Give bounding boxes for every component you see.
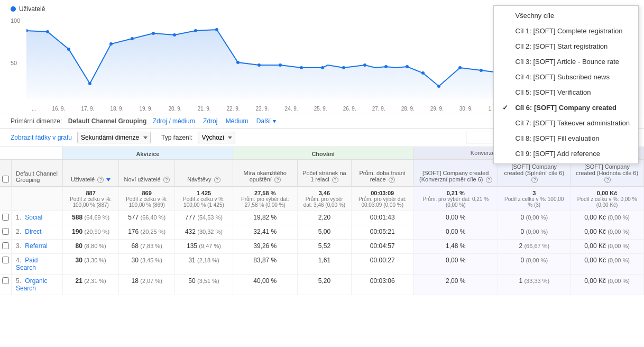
row-novi-3: 68 (7,83 %) — [119, 240, 174, 254]
dropdown-item-goal-8[interactable]: Cíl 8: [SOFT] Fill evaluation — [494, 131, 638, 146]
row-mira-2: 32,41 % — [233, 225, 297, 240]
svg-point-3 — [88, 82, 91, 85]
dropdown-item-goal-5[interactable]: Cíl 5: [SOFT] Verification — [494, 85, 638, 100]
dropdown-item-goal-6[interactable]: ✓ Cíl 6: [SOFT] Company created — [494, 100, 638, 115]
sort-label: Typ řazení: — [161, 134, 192, 141]
row-checkbox-3[interactable] — [0, 240, 12, 254]
row-hodnota-5: 0,00 Kč (0,00 %) — [571, 275, 644, 295]
row-pocet-2: 5,00 — [297, 225, 352, 240]
dim-link-medium[interactable]: Médium — [226, 117, 249, 125]
row-novi-2: 176 (20,25 %) — [119, 225, 174, 240]
svg-point-8 — [194, 29, 197, 32]
row-konverzni-2: 0,00 % — [413, 225, 498, 240]
pocet-col-header[interactable]: Počet stránek na 1 relaci ? — [297, 160, 352, 187]
dropdown-item-goal-3[interactable]: Cíl 3: [SOFT] Article - Bounce rate — [494, 54, 638, 69]
svg-point-6 — [152, 32, 155, 35]
total-splneni: 3 Podíl z celku v %: 100,00 % (3) — [498, 187, 571, 211]
row-navstevy-4: 31 (2,18 %) — [174, 254, 233, 275]
dim-link-source[interactable]: Zdroj — [203, 117, 217, 125]
dropdown-item-all-goals[interactable]: Všechny cíle — [494, 8, 638, 23]
svg-point-4 — [109, 42, 113, 45]
row-dim-4: 4. Paid Search — [12, 254, 63, 275]
row-uzivatele-5: 21 (2,31 %) — [62, 275, 119, 295]
row-novi-4: 30 (3,45 %) — [119, 254, 174, 275]
svg-point-18 — [406, 65, 409, 68]
total-novi: 869 Podíl z celku v %: 100,00 % (869) — [119, 187, 174, 211]
y-label-100: 100 — [11, 17, 20, 24]
table-row: 4. Paid Search 30 (3,30 %) 30 (3,45 %) 3… — [0, 254, 644, 275]
novi-col-header[interactable]: Noví uživatelé ? — [119, 160, 174, 187]
row-navstevy-3: 135 (9,47 %) — [174, 240, 233, 254]
row-checkbox-1[interactable] — [0, 211, 12, 225]
row-konverzni-3: 1,48 % — [413, 240, 498, 254]
menu-item-label: Cíl 9: [SOFT] Add reference — [515, 150, 600, 158]
row-pocet-3: 5,52 — [297, 240, 352, 254]
doba-col-header[interactable]: Prům. doba trvání relace ? — [352, 160, 413, 187]
svg-point-7 — [173, 33, 176, 36]
svg-point-22 — [480, 69, 483, 72]
select-all-checkbox[interactable] — [2, 176, 9, 182]
total-row: 887 Podíl z celku v %: 100,00 % (887) 86… — [0, 187, 644, 211]
row-uzivatele-2: 190 (20,90 %) — [62, 225, 119, 240]
dropdown-item-goal-4[interactable]: Cíl 4: [SOFT] Subscribed news — [494, 69, 638, 85]
total-dim-cell — [12, 187, 63, 211]
dim-section-header — [0, 147, 62, 160]
svg-point-2 — [67, 48, 70, 51]
dropdown-item-goal-1[interactable]: Cíl 1: [SOFT] Complete registration — [494, 23, 638, 39]
row-hodnota-4: 0,00 Kč (0,00 %) — [571, 254, 644, 275]
dropdown-item-goal-2[interactable]: Cíl 2: [SOFT] Start registration — [494, 39, 638, 54]
row-pocet-4: 1,61 — [297, 254, 352, 275]
row-navstevy-2: 432 (30,32 %) — [174, 225, 233, 240]
row-checkbox-2[interactable] — [0, 225, 12, 240]
konverzni-col-header[interactable]: [SOFT] Company created (Konverzní poměr … — [413, 160, 498, 187]
row-link-2[interactable]: Direct — [25, 228, 41, 235]
dropdown-item-goal-7[interactable]: Cíl 7: [SOFT] Takeover administration — [494, 115, 638, 131]
row-mira-4: 83,87 % — [233, 254, 297, 275]
row-doba-1: 00:01:43 — [352, 211, 413, 225]
row-link-1[interactable]: Social — [25, 214, 42, 221]
dropdown-item-goal-9[interactable]: Cíl 9: [SOFT] Add reference — [494, 146, 638, 161]
row-hodnota-1: 0,00 Kč (0,00 %) — [571, 211, 644, 225]
menu-item-label: Cíl 7: [SOFT] Takeover administration — [515, 119, 630, 127]
total-pocet: 3,46 Prům. pro výběr dat: 3,46 (0,00 %) — [297, 187, 352, 211]
navstevy-col-header[interactable]: Návštěvy ? — [174, 160, 233, 187]
table-row: 5. Organic Search 21 (2,31 %) 18 (2,07 %… — [0, 275, 644, 295]
row-dim-5: 5. Organic Search — [12, 275, 63, 295]
row-link-3[interactable]: Referral — [25, 242, 48, 250]
row-uzivatele-4: 30 (3,30 %) — [62, 254, 119, 275]
svg-point-16 — [363, 63, 366, 67]
novi-help-icon: ? — [163, 177, 170, 183]
row-splneni-2: 0 (0,00 %) — [498, 225, 571, 240]
total-hodnota: 0,00 Kč Podíl z celku v %: 0,00 % (0,00 … — [571, 187, 644, 211]
dim-link-source-medium[interactable]: Zdroj / médium — [153, 117, 195, 125]
uzivatele-col-header[interactable]: Uživatelé ? — [62, 160, 119, 187]
sort-select[interactable]: Výchozí — [198, 132, 235, 143]
goals-dropdown[interactable]: Všechny cíle Cíl 1: [SOFT] Complete regi… — [493, 5, 639, 164]
dim-link-other[interactable]: Další ▾ — [256, 117, 276, 125]
uzivatele-sort-icon — [106, 178, 111, 181]
row-checkbox-5[interactable] — [0, 275, 12, 295]
svg-point-9 — [215, 28, 218, 31]
menu-item-label: Cíl 8: [SOFT] Fill evaluation — [515, 134, 599, 142]
svg-point-10 — [236, 61, 240, 64]
row-dim-3: 3. Referral — [12, 240, 63, 254]
svg-point-21 — [458, 66, 462, 69]
total-uzivatele: 887 Podíl z celku v %: 100,00 % (887) — [62, 187, 119, 211]
akvizice-section-header: Akvizice — [62, 147, 233, 160]
navstevy-help-icon: ? — [214, 177, 220, 183]
hodnota-help-icon: ? — [604, 177, 611, 183]
row-novi-1: 577 (66,40 %) — [119, 211, 174, 225]
mira-col-header[interactable]: Míra okamžitého opuštění ? — [233, 160, 297, 187]
row-checkbox-4[interactable] — [0, 254, 12, 275]
row-pocet-5: 5,20 — [297, 275, 352, 295]
menu-item-label: Cíl 5: [SOFT] Verification — [515, 88, 591, 96]
svg-point-19 — [421, 71, 425, 75]
show-graph-button[interactable]: Zobrazit řádky v grafu — [11, 134, 72, 141]
table-row: 3. Referral 80 (8,80 %) 68 (7,83 %) 135 … — [0, 240, 644, 254]
total-doba: 00:03:09 Prům. pro výběr dat: 00:03:09 (… — [352, 187, 413, 211]
chart-legend-dot — [11, 6, 16, 12]
data-table-wrap: Akvizice Chování Konverze Cíl 6: [SOFT] … — [0, 147, 644, 295]
svg-point-13 — [300, 66, 303, 69]
secondary-dimension-select[interactable]: Sekundární dimenze — [77, 132, 151, 143]
data-table: Akvizice Chování Konverze Cíl 6: [SOFT] … — [0, 147, 644, 295]
